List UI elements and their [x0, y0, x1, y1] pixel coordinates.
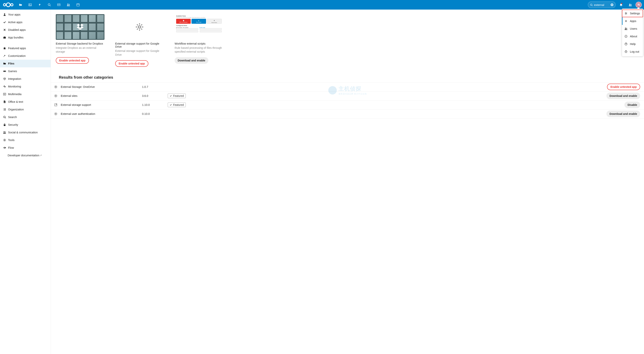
sidebar-item-games[interactable]: Games: [0, 67, 50, 75]
users-icon: [624, 27, 628, 30]
result-version: 1.10.0: [142, 103, 165, 106]
sidebar-item-files[interactable]: Files: [0, 60, 50, 67]
enable-untested-button[interactable]: Enable untested app: [56, 57, 89, 64]
app-card-dropbox[interactable]: External Storage backend for Dropbox Int…: [56, 14, 104, 67]
sidebar-item-customization[interactable]: Customization: [0, 52, 50, 60]
search-icon: [590, 3, 593, 6]
gear-icon: [135, 23, 144, 31]
sidebar-item-social-communication[interactable]: Social & communication: [0, 129, 50, 136]
nav-gallery[interactable]: [25, 0, 35, 9]
gear-icon: [54, 94, 58, 98]
notifications-button[interactable]: [617, 0, 625, 9]
nav-mail[interactable]: [54, 0, 64, 9]
sidebar-item-label: Social & communication: [8, 131, 38, 134]
logo[interactable]: [2, 2, 14, 8]
sidebar-item-label: Disabled apps: [8, 28, 26, 31]
sidebar-item-flow[interactable]: Flow: [0, 144, 50, 152]
svg-point-31: [11, 4, 13, 6]
menu-item-settings[interactable]: Settings: [622, 9, 643, 17]
sidebar-item-organization[interactable]: Organization: [0, 106, 50, 113]
result-name: External user authentication: [61, 112, 139, 115]
menu-item-help[interactable]: Help: [622, 40, 643, 48]
developer-docs-link[interactable]: Developer documentation↗: [0, 152, 50, 159]
result-row[interactable]: External sites 3.6.0 Featured Download a…: [51, 91, 644, 100]
nav-search[interactable]: [44, 0, 54, 9]
sidebar-item-label: Customization: [8, 54, 26, 57]
pulse-icon: [2, 85, 7, 88]
sidebar-item-disabled-apps[interactable]: Disabled apps: [0, 26, 50, 34]
sidebar-item-multimedia[interactable]: Multimedia: [0, 90, 50, 98]
search-box[interactable]: external: [588, 1, 616, 8]
enable-untested-button[interactable]: Enable untested app: [115, 60, 148, 67]
disable-button[interactable]: Disable: [624, 102, 640, 108]
settings-icon: [624, 12, 628, 15]
result-name: External Storage: OneDrive: [61, 85, 139, 88]
sidebar-item-search[interactable]: Search: [0, 113, 50, 121]
menu-item-log-out[interactable]: Log out: [622, 48, 643, 55]
app-card-workflow-scripts[interactable]: Available flows The flows can choose & r…: [174, 14, 223, 67]
avatar-initial: N: [638, 3, 640, 6]
gear-icon: [2, 139, 7, 142]
result-version: 1.0.7: [142, 85, 165, 88]
gear-icon: [54, 85, 58, 89]
contacts-button[interactable]: [626, 0, 634, 9]
download-enable-button[interactable]: Download and enable: [174, 57, 208, 64]
sidebar-item-app-bundles[interactable]: App bundles: [0, 34, 50, 41]
header-right: external N: [588, 0, 642, 9]
enable-untested-button[interactable]: Enable untested app: [607, 84, 640, 90]
results-heading: Results from other categories: [51, 72, 644, 82]
svg-point-30: [6, 3, 10, 7]
sidebar-item-integration[interactable]: Integration: [0, 75, 50, 83]
menu-item-label: Apps: [630, 19, 636, 22]
menu-item-apps[interactable]: Apps: [622, 17, 643, 25]
result-row[interactable]: External Storage: OneDrive 1.0.7 Enable …: [51, 82, 644, 91]
sidebar-item-your-apps[interactable]: Your apps: [0, 11, 50, 18]
search-input-value[interactable]: external: [594, 3, 610, 6]
header-nav: [16, 0, 83, 9]
results-title: Results from other categories: [59, 75, 636, 80]
search-clear-icon[interactable]: [610, 3, 614, 6]
sidebar-item-tools[interactable]: Tools: [0, 136, 50, 144]
avatar[interactable]: N: [636, 2, 642, 8]
nav-files[interactable]: [16, 0, 25, 9]
card-thumbnail: [115, 14, 164, 40]
gamepad-icon: [2, 70, 7, 73]
menu-item-users[interactable]: Users: [622, 25, 643, 32]
results-list: External Storage: OneDrive 1.0.7 Enable …: [51, 82, 644, 118]
svg-point-29: [4, 4, 6, 6]
card-title: External Storage backend for Dropbox: [56, 42, 104, 45]
wrench-icon: [2, 54, 7, 57]
sidebar-item-label: Security: [8, 123, 18, 126]
result-name: External storage support: [61, 103, 139, 106]
lock-icon: [2, 123, 7, 126]
menu-item-about[interactable]: About: [622, 32, 643, 40]
sidebar-item-featured-apps[interactable]: Featured apps: [0, 44, 50, 52]
sidebar-item-active-apps[interactable]: Active apps: [0, 18, 50, 26]
header: external N: [0, 0, 644, 9]
result-row[interactable]: External storage support 1.10.0 Featured…: [51, 100, 644, 109]
result-row[interactable]: External user authentication 0.10.0 Down…: [51, 109, 644, 118]
menu-item-label: About: [630, 35, 637, 38]
sidebar-item-label: Active apps: [8, 21, 22, 24]
sidebar-item-security[interactable]: Security: [0, 121, 50, 129]
sidebar-item-label: Monitoring: [8, 85, 21, 88]
sidebar-item-office-text[interactable]: Office & text: [0, 98, 50, 106]
nav-activity[interactable]: [35, 0, 44, 9]
menu-item-label: Help: [630, 42, 636, 45]
download-enable-button[interactable]: Download and enable: [606, 93, 640, 99]
app-card-google-drive[interactable]: External storage support for Google Driv…: [115, 14, 164, 67]
notification-dot: [621, 3, 622, 4]
user-icon: [2, 13, 7, 16]
download-enable-button[interactable]: Download and enable: [606, 111, 640, 117]
sidebar-item-label: Developer documentation: [8, 154, 39, 157]
plus-icon: [624, 19, 628, 22]
sidebar-item-label: Integration: [8, 77, 21, 80]
list-icon: [2, 108, 7, 111]
nav-calendar[interactable]: [73, 0, 83, 9]
media-icon: [2, 93, 7, 96]
bundle-icon: [2, 36, 7, 39]
nav-contacts[interactable]: [64, 0, 73, 9]
card-description: External storage support for Google Driv…: [115, 49, 164, 57]
sidebar-item-monitoring[interactable]: Monitoring: [0, 83, 50, 90]
flow-icon: [2, 146, 7, 149]
